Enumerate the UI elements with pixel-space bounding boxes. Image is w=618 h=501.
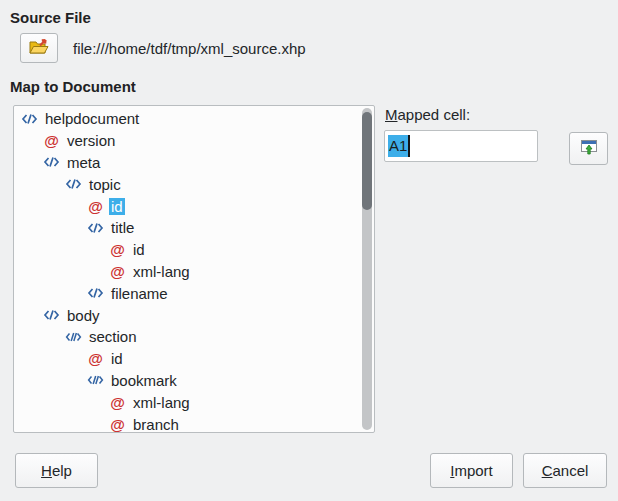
text-caret: [408, 135, 410, 157]
shrink-button[interactable]: [569, 132, 608, 165]
xml-structure-tree[interactable]: helpdocument@versionmetatopic@idtitle@id…: [13, 105, 375, 433]
tree-item-label: id: [109, 350, 125, 367]
tree-item[interactable]: @id: [14, 239, 374, 261]
tree-item-label: filename: [109, 285, 170, 302]
tree-item-label: xml-lang: [131, 263, 192, 280]
xml-element-icon: [65, 176, 82, 192]
xml-element-icon: [87, 220, 104, 236]
xml-attribute-icon: @: [109, 395, 126, 410]
import-button-label: Import: [450, 462, 493, 479]
shrink-icon: [579, 139, 599, 159]
xml-attribute-icon: @: [109, 242, 126, 257]
xml-element-repeat-icon: [87, 372, 104, 388]
map-to-document-section-label: Map to Document: [10, 78, 136, 95]
xml-attribute-icon: @: [87, 351, 104, 366]
mapped-cell-label: Mapped cell:: [385, 106, 470, 123]
tree-item[interactable]: filename: [14, 282, 374, 304]
mapped-cell-input[interactable]: A1: [384, 130, 538, 162]
xml-attribute-icon: @: [109, 264, 126, 279]
xml-element-repeat-icon: [65, 329, 82, 345]
help-button-label: Help: [41, 462, 72, 479]
xml-attribute-icon: @: [109, 417, 126, 432]
tree-item[interactable]: @xml-lang: [14, 261, 374, 283]
tree-item[interactable]: section: [14, 326, 374, 348]
source-file-url: file:///home/tdf/tmp/xml_source.xhp: [73, 40, 306, 57]
cancel-button-label: Cancel: [542, 462, 589, 479]
xml-element-icon: [43, 154, 60, 170]
tree-item[interactable]: @version: [14, 130, 374, 152]
tree-item-label: section: [87, 328, 139, 345]
tree-item[interactable]: title: [14, 217, 374, 239]
tree-item-label: meta: [65, 154, 102, 171]
tree-scrollbar[interactable]: [362, 108, 372, 430]
xml-attribute-icon: @: [87, 199, 104, 214]
tree-item-label: branch: [131, 416, 181, 433]
scrollbar-thumb[interactable]: [362, 112, 372, 210]
cancel-button[interactable]: Cancel: [523, 453, 607, 488]
tree-item[interactable]: @id: [14, 348, 374, 370]
tree-item[interactable]: topic: [14, 173, 374, 195]
xml-source-dialog: Source File file:///home/tdf/tmp/xml_sou…: [0, 0, 618, 501]
tree-item-label: bookmark: [109, 372, 179, 389]
tree-item[interactable]: meta: [14, 152, 374, 174]
tree-item[interactable]: bookmark: [14, 370, 374, 392]
mapped-cell-value: A1: [388, 135, 408, 157]
xml-attribute-icon: @: [43, 133, 60, 148]
tree-item-label: xml-lang: [131, 394, 192, 411]
xml-element-icon: [43, 307, 60, 323]
tree-item-label: id: [131, 241, 147, 258]
tree-item-label: topic: [87, 176, 123, 193]
source-file-section-label: Source File: [10, 9, 91, 26]
tree-item-label: body: [65, 307, 102, 324]
tree-item-label: id: [109, 198, 125, 215]
tree-item[interactable]: @id: [14, 195, 374, 217]
help-button[interactable]: Help: [15, 453, 98, 488]
tree-item[interactable]: @xml-lang: [14, 391, 374, 413]
tree-item[interactable]: body: [14, 304, 374, 326]
tree-item-label: title: [109, 219, 136, 236]
tree-item-label: helpdocument: [43, 110, 141, 127]
tree-item-label: version: [65, 132, 117, 149]
tree-item[interactable]: @branch: [14, 413, 374, 433]
import-button[interactable]: Import: [430, 453, 513, 488]
xml-element-icon: [21, 111, 38, 127]
tree-rows-container: helpdocument@versionmetatopic@idtitle@id…: [14, 108, 374, 433]
xml-element-icon: [87, 285, 104, 301]
open-source-file-button[interactable]: [20, 33, 58, 63]
tree-item[interactable]: helpdocument: [14, 108, 374, 130]
open-folder-icon: [28, 38, 50, 59]
